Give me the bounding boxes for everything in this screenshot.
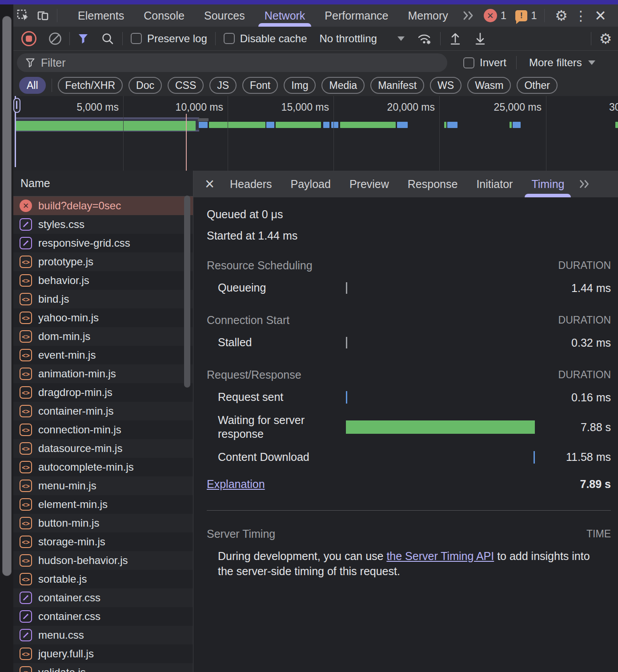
chip-ws[interactable]: WS <box>430 77 461 94</box>
chip-js[interactable]: JS <box>209 77 237 94</box>
export-har-icon[interactable] <box>474 32 487 46</box>
tab-sources[interactable]: Sources <box>194 4 255 27</box>
request-row[interactable]: ✕build?delay=0sec <box>13 196 193 215</box>
detail-tab-payload[interactable]: Payload <box>281 171 340 197</box>
chip-media[interactable]: Media <box>321 77 365 94</box>
request-row[interactable]: menu.css <box>13 626 193 644</box>
chip-other[interactable]: Other <box>517 77 558 94</box>
more-filters-button[interactable]: More filters <box>529 56 582 69</box>
server-timing-api-link[interactable]: the Server Timing API <box>386 550 494 562</box>
request-name: styles.css <box>38 218 84 231</box>
request-name: dom-min.js <box>38 330 90 343</box>
request-row[interactable]: <>hudson-behavior.js <box>13 551 193 570</box>
chip-doc[interactable]: Doc <box>128 77 162 94</box>
script-file-icon: <> <box>20 349 32 361</box>
filter-toggle-icon[interactable] <box>77 32 89 45</box>
detail-tab-response[interactable]: Response <box>398 171 467 197</box>
request-row[interactable]: <>yahoo-min.js <box>13 308 193 327</box>
detail-tab-preview[interactable]: Preview <box>340 171 398 197</box>
request-row[interactable]: <>storage-min.js <box>13 532 193 551</box>
script-file-icon: <> <box>20 480 32 492</box>
device-toolbar-icon[interactable] <box>33 6 52 25</box>
timing-row-label: Request sent <box>207 390 346 404</box>
request-row[interactable]: <>validate.js <box>13 663 193 672</box>
detail-tab-timing[interactable]: Timing <box>522 171 574 197</box>
request-row[interactable]: container.css <box>13 588 193 607</box>
detail-tab-headers[interactable]: Headers <box>221 171 281 197</box>
chip-manifest[interactable]: Manifest <box>370 77 424 94</box>
chip-font[interactable]: Font <box>242 77 278 94</box>
record-network-log-button[interactable] <box>21 31 36 46</box>
selection-left-handle[interactable] <box>13 98 20 113</box>
chip-fetch-xhr[interactable]: Fetch/XHR <box>58 77 123 94</box>
request-row[interactable]: <>autocomplete-min.js <box>13 458 193 476</box>
tab-performance[interactable]: Performance <box>315 4 398 27</box>
throttling-select[interactable]: No throttling <box>319 32 377 45</box>
request-row[interactable]: <>sortable.js <box>13 570 193 588</box>
request-row[interactable]: <>dom-min.js <box>13 327 193 346</box>
request-name: jquery.full.js <box>38 648 94 660</box>
explanation-link[interactable]: Explanation <box>207 478 346 491</box>
close-devtools-icon[interactable]: × <box>591 6 610 25</box>
request-row[interactable]: styles.css <box>13 215 193 234</box>
request-row[interactable]: <>bind.js <box>13 290 193 308</box>
script-file-icon: <> <box>20 405 32 417</box>
disable-cache-checkbox[interactable] <box>224 33 235 44</box>
chip-wasm[interactable]: Wasm <box>467 77 511 94</box>
tab-console[interactable]: Console <box>134 4 194 27</box>
request-row[interactable]: <>datasource-min.js <box>13 439 193 458</box>
search-icon[interactable] <box>101 32 114 45</box>
network-overview-timeline[interactable]: 5,000 ms10,000 ms15,000 ms20,000 ms25,00… <box>13 96 618 171</box>
request-row[interactable]: <>container-min.js <box>13 402 193 420</box>
chip-img[interactable]: Img <box>284 77 316 94</box>
more-options-icon[interactable]: ⋮ <box>571 6 591 25</box>
request-row[interactable]: <>behavior.js <box>13 271 193 290</box>
request-row[interactable]: <>event-min.js <box>13 346 193 364</box>
timing-tab-content: Queued at 0 μs Started at 1.44 ms Resour… <box>193 197 618 579</box>
detail-more-tabs-button[interactable] <box>574 171 596 197</box>
chip-css[interactable]: CSS <box>168 77 204 94</box>
request-row[interactable]: <>button-min.js <box>13 514 193 532</box>
stylesheet-file-icon <box>20 218 32 231</box>
network-settings-gear-icon[interactable]: ⚙ <box>596 29 615 48</box>
chip-all[interactable]: All <box>19 77 46 94</box>
clear-network-log-icon[interactable] <box>48 32 62 46</box>
name-column-header[interactable]: Name <box>13 171 193 196</box>
script-file-icon: <> <box>20 442 32 455</box>
invert-checkbox[interactable] <box>463 57 474 68</box>
tab-network[interactable]: Network <box>255 4 315 27</box>
tab-memory[interactable]: Memory <box>398 4 457 27</box>
request-list-scrollbar-thumb[interactable] <box>184 196 190 388</box>
tab-elements[interactable]: Elements <box>68 4 134 27</box>
request-row[interactable]: <>dragdrop-min.js <box>13 383 193 402</box>
request-row[interactable]: <>jquery.full.js <box>13 644 193 663</box>
stylesheet-file-icon <box>20 629 32 641</box>
inspect-element-icon[interactable] <box>13 6 33 25</box>
request-row[interactable]: <>prototype.js <box>13 252 193 271</box>
preserve-log-checkbox[interactable] <box>131 33 142 44</box>
request-row[interactable]: <>animation-min.js <box>13 364 193 383</box>
request-row[interactable]: <>element-min.js <box>13 495 193 514</box>
filter-input[interactable]: Filter <box>17 53 447 72</box>
detail-tab-initiator[interactable]: Initiator <box>467 171 522 197</box>
close-detail-icon[interactable]: × <box>205 176 214 192</box>
network-conditions-icon[interactable] <box>416 32 432 46</box>
request-row[interactable]: container.css <box>13 607 193 626</box>
page-scrollbar-thumb[interactable] <box>2 16 12 576</box>
request-name: bind.js <box>38 293 69 305</box>
request-row[interactable]: <>menu-min.js <box>13 476 193 495</box>
request-row[interactable]: <>connection-min.js <box>13 420 193 439</box>
server-timing-text-before: During development, you can use <box>218 550 386 562</box>
script-file-icon: <> <box>20 330 32 343</box>
request-row[interactable]: responsive-grid.css <box>13 234 193 252</box>
more-tabs-button[interactable] <box>458 4 479 27</box>
overview-request-bar <box>331 122 338 128</box>
script-file-icon: <> <box>20 666 32 672</box>
settings-gear-icon[interactable]: ⚙ <box>552 6 571 25</box>
divider <box>516 56 517 69</box>
import-har-icon[interactable] <box>449 32 462 46</box>
request-name: animation-min.js <box>38 368 116 380</box>
error-badge-icon[interactable]: ✕ <box>484 9 497 22</box>
warning-badge-icon[interactable]: ! <box>515 10 527 21</box>
started-at-line: Started at 1.44 ms <box>207 229 611 242</box>
